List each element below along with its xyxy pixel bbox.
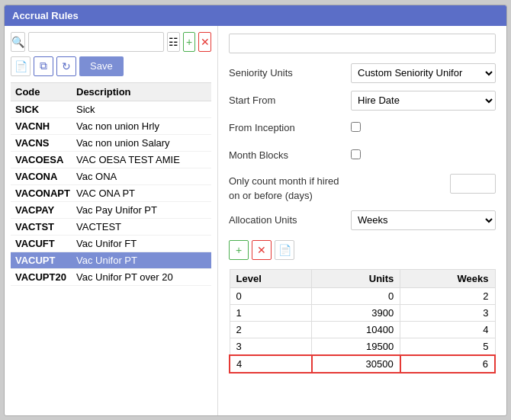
- refresh-icon[interactable]: ↻: [56, 56, 76, 76]
- from-inception-checkbox[interactable]: [351, 122, 361, 132]
- start-from-select[interactable]: Hire DateAnniversary Date: [351, 91, 496, 111]
- table-header-row: Level Units Weeks: [230, 269, 495, 287]
- row-code: VACPAY: [15, 204, 76, 216]
- table-row[interactable]: VACUPTVac Unifor PT: [11, 252, 211, 269]
- allocation-units-row: Allocation Units WeeksDaysHours: [229, 210, 496, 231]
- table-row[interactable]: VACUFTVac Unifor FT: [11, 236, 211, 252]
- cell-weeks: 3: [400, 304, 495, 321]
- grid-header: Code Description: [11, 82, 211, 101]
- level-table: Level Units Weeks 0021390032104004319500…: [229, 269, 496, 374]
- table-row[interactable]: VACPAYVac Pay Unifor PT: [11, 202, 211, 219]
- copy-icon[interactable]: ⧉: [34, 56, 53, 76]
- accrual-rules-window: Accrual Rules 🔍 ☷ + ✕ 📄 ⧉ ↻ Save Code De…: [4, 5, 507, 416]
- table-row[interactable]: 4305006: [230, 355, 495, 373]
- save-button[interactable]: Save: [79, 56, 124, 76]
- allocation-units-control: WeeksDaysHours: [351, 210, 496, 230]
- table-add-icon[interactable]: +: [229, 240, 249, 260]
- only-count-row: Only count month if hired on or before (…: [229, 172, 496, 204]
- from-inception-row: From Inception: [229, 117, 496, 139]
- seniority-units-control: Custom Seniority UniforStandard: [351, 63, 496, 83]
- search-icon[interactable]: 🔍: [11, 32, 25, 52]
- cell-level: 4: [230, 355, 312, 373]
- table-row[interactable]: VACOESAVAC OESA TEST AMIE: [11, 152, 211, 168]
- search-input[interactable]: [28, 32, 164, 52]
- row-desc: Sick: [76, 104, 207, 115]
- right-panel: Seniority Units Custom Seniority UniforS…: [218, 26, 506, 415]
- table-row[interactable]: VACUPT20Vac Unifor PT over 20: [11, 269, 211, 286]
- table-row[interactable]: VACNSVac non union Salary: [11, 135, 211, 152]
- table-row[interactable]: VACONAPTVAC ONA PT: [11, 185, 211, 202]
- row-desc: Vac Unifor PT: [76, 255, 207, 266]
- table-row[interactable]: 002: [230, 287, 495, 304]
- allocation-units-label: Allocation Units: [229, 214, 351, 226]
- title-bar: Accrual Rules: [5, 5, 506, 26]
- row-desc: Vac non union Salary: [76, 137, 207, 149]
- cell-units: 3900: [312, 304, 400, 321]
- cell-units: 0: [312, 287, 400, 304]
- cell-units: 10400: [312, 321, 400, 338]
- only-count-label: Only count month if hired on or before (…: [229, 174, 351, 204]
- table-row[interactable]: 139003: [230, 304, 495, 321]
- table-delete-icon[interactable]: ✕: [252, 240, 272, 260]
- allocation-units-select[interactable]: WeeksDaysHours: [351, 210, 496, 230]
- from-inception-label: From Inception: [229, 122, 351, 133]
- row-code: SICK: [15, 104, 76, 115]
- cell-weeks: 5: [400, 338, 495, 355]
- row-desc: Vac Unifor PT over 20: [76, 271, 207, 283]
- table-row[interactable]: 2104004: [230, 321, 495, 338]
- row-code: VACNS: [15, 137, 76, 149]
- row-desc: Vac ONA: [76, 171, 207, 182]
- month-blocks-row: Month Blocks: [229, 145, 496, 166]
- seniority-units-label: Seniority Units: [229, 67, 351, 79]
- only-count-input[interactable]: 15: [450, 174, 496, 194]
- table-export-icon[interactable]: 📄: [275, 240, 294, 260]
- left-panel: 🔍 ☷ + ✕ 📄 ⧉ ↻ Save Code Description SICK…: [5, 26, 218, 415]
- col-code-header: Code: [15, 86, 76, 98]
- action-buttons: + ✕ 📄: [229, 240, 496, 260]
- toolbar-row-1: 🔍 ☷ + ✕: [11, 32, 211, 52]
- cell-level: 0: [230, 287, 312, 304]
- col-level-header: Level: [230, 269, 312, 287]
- month-blocks-label: Month Blocks: [229, 149, 351, 161]
- row-code: VACNH: [15, 120, 76, 132]
- row-code: VACUPT: [15, 255, 76, 266]
- cell-units: 19500: [312, 338, 400, 355]
- toolbar-row-2: 📄 ⧉ ↻ Save: [11, 56, 211, 76]
- export-icon[interactable]: 📄: [11, 56, 31, 76]
- table-row[interactable]: VACNHVac non union Hrly: [11, 118, 211, 135]
- grid-body: SICKSickVACNHVac non union HrlyVACNSVac …: [11, 101, 211, 409]
- content-area: 🔍 ☷ + ✕ 📄 ⧉ ↻ Save Code Description SICK…: [5, 26, 506, 415]
- row-code: VACUFT: [15, 238, 76, 249]
- row-code: VACONA: [15, 171, 76, 182]
- seniority-units-row: Seniority Units Custom Seniority UniforS…: [229, 63, 496, 84]
- cell-weeks: 2: [400, 287, 495, 304]
- cell-level: 1: [230, 304, 312, 321]
- col-desc-header: Description: [76, 86, 207, 98]
- add-icon[interactable]: +: [183, 32, 196, 52]
- table-row[interactable]: VACTSTVACTEST: [11, 219, 211, 236]
- row-code: VACTST: [15, 221, 76, 232]
- start-from-row: Start From Hire DateAnniversary Date: [229, 90, 496, 111]
- row-code: VACOESA: [15, 154, 76, 165]
- month-blocks-checkbox[interactable]: [351, 149, 361, 159]
- col-weeks-header: Weeks: [400, 269, 495, 287]
- row-code: VACONAPT: [15, 188, 76, 199]
- cell-units: 30500: [312, 355, 400, 373]
- cell-weeks: 6: [400, 355, 495, 373]
- table-row[interactable]: VACONAVac ONA: [11, 168, 211, 185]
- row-desc: Vac Pay Unifor PT: [76, 204, 207, 216]
- table-row[interactable]: SICKSick: [11, 101, 211, 118]
- grid-view-icon[interactable]: ☷: [167, 32, 180, 52]
- cell-weeks: 4: [400, 321, 495, 338]
- seniority-units-select[interactable]: Custom Seniority UniforStandard: [351, 63, 496, 83]
- table-row[interactable]: 3195005: [230, 338, 495, 355]
- right-search-input[interactable]: [229, 34, 496, 53]
- row-code: VACUPT20: [15, 271, 76, 283]
- start-from-control: Hire DateAnniversary Date: [351, 91, 496, 111]
- cell-level: 3: [230, 338, 312, 355]
- row-desc: VAC ONA PT: [76, 188, 207, 199]
- delete-icon[interactable]: ✕: [198, 32, 211, 52]
- row-desc: VACTEST: [76, 221, 207, 232]
- window-title: Accrual Rules: [12, 10, 79, 21]
- start-from-label: Start From: [229, 95, 351, 106]
